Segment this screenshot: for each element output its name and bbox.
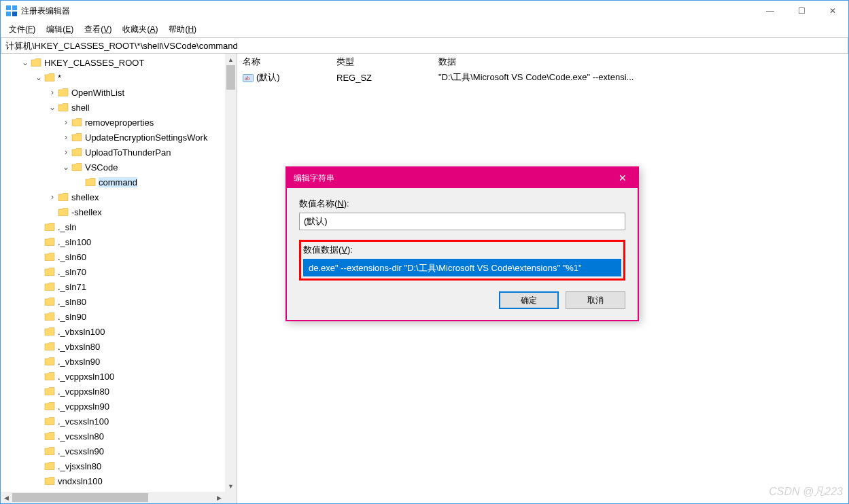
tree-row[interactable]: command bbox=[1, 175, 237, 190]
window-controls: — ☐ ✕ bbox=[755, 1, 848, 21]
tree-row[interactable]: ⌄shell bbox=[1, 100, 237, 115]
chevron-right-icon[interactable]: › bbox=[48, 192, 56, 202]
tree-label: ._sln90 bbox=[58, 312, 86, 322]
chevron-down-icon[interactable]: ⌄ bbox=[35, 73, 43, 82]
folder-icon bbox=[71, 147, 82, 157]
folder-icon bbox=[44, 342, 55, 351]
tree-label: ._vcppxsln90 bbox=[58, 401, 109, 412]
chevron-right-icon[interactable]: › bbox=[62, 118, 70, 127]
tree-row[interactable]: ._sln71 bbox=[1, 279, 237, 294]
tree-row[interactable]: ›UploadToThunderPan bbox=[1, 145, 237, 160]
tree-label: command bbox=[99, 177, 137, 187]
dialog-close-button[interactable]: ✕ bbox=[607, 168, 638, 188]
minimize-button[interactable]: — bbox=[755, 1, 786, 21]
tree-label: -shellex bbox=[71, 207, 102, 217]
tree-label: shell bbox=[71, 103, 90, 113]
scroll-up-arrow-icon[interactable]: ▲ bbox=[225, 54, 237, 65]
maximize-button[interactable]: ☐ bbox=[786, 1, 817, 21]
chevron-right-icon[interactable]: › bbox=[62, 132, 70, 142]
folder-icon bbox=[71, 162, 82, 172]
chevron-down-icon[interactable]: ⌄ bbox=[21, 58, 29, 67]
string-value-icon: ab bbox=[243, 73, 254, 84]
tree-label: UploadToThunderPan bbox=[85, 147, 171, 158]
tree-row[interactable]: ._vjsxsln80 bbox=[1, 458, 237, 473]
tree-row[interactable]: ›UpdateEncryptionSettingsWork bbox=[1, 130, 237, 145]
scroll-down-arrow-icon[interactable]: ▼ bbox=[225, 480, 237, 492]
tree-row[interactable]: ._vbxsln100 bbox=[1, 324, 237, 339]
svg-rect-0 bbox=[6, 5, 11, 10]
tree-label: ._sln70 bbox=[58, 267, 86, 277]
menu-view[interactable]: 查看(V) bbox=[79, 22, 117, 37]
cell-name: ab(默认) bbox=[237, 71, 331, 84]
col-header-type[interactable]: 类型 bbox=[331, 54, 433, 70]
menu-help[interactable]: 帮助(H) bbox=[163, 22, 202, 37]
tree-row[interactable]: ._vcsxsln90 bbox=[1, 444, 237, 458]
chevron-down-icon[interactable]: ⌄ bbox=[62, 162, 70, 172]
tree-row[interactable]: ._vcsxsln80 bbox=[1, 429, 237, 444]
folder-icon bbox=[44, 282, 55, 291]
chevron-down-icon[interactable]: ⌄ bbox=[48, 103, 56, 112]
tree-scroll-area[interactable]: ⌄HKEY_CLASSES_ROOT⌄*›OpenWithList⌄shell›… bbox=[1, 54, 237, 503]
folder-icon bbox=[44, 476, 55, 486]
value-data-field[interactable]: de.exe" --extensions-dir "D:\工具\Microsof… bbox=[303, 259, 621, 276]
tree-label: ._vcsxsln100 bbox=[58, 416, 109, 427]
ok-button[interactable]: 确定 bbox=[499, 291, 559, 309]
tree-label: ._vcsxsln80 bbox=[58, 431, 104, 442]
menu-favorites[interactable]: 收藏夹(A) bbox=[117, 22, 163, 37]
folder-icon bbox=[44, 461, 55, 471]
value-name-field[interactable]: (默认) bbox=[299, 213, 625, 230]
tree-row[interactable]: vndxsln100 bbox=[1, 473, 237, 488]
scroll-right-arrow-icon[interactable]: ▶ bbox=[213, 492, 225, 503]
tree-row[interactable]: ._sln100 bbox=[1, 234, 237, 249]
chevron-right-icon[interactable]: › bbox=[62, 147, 70, 157]
scroll-thumb[interactable] bbox=[226, 65, 235, 90]
tree-row[interactable]: ⌄* bbox=[1, 70, 237, 85]
tree-row[interactable]: ›removeproperties bbox=[1, 115, 237, 130]
tree-row[interactable]: ._vcppxsln100 bbox=[1, 369, 237, 384]
scroll-left-arrow-icon[interactable]: ◀ bbox=[1, 492, 12, 503]
folder-icon bbox=[44, 416, 55, 426]
list-row[interactable]: ab(默认)REG_SZ"D:\工具\Microsoft VS Code\Cod… bbox=[237, 70, 848, 85]
tree-row[interactable]: ._vcppxsln80 bbox=[1, 384, 237, 399]
menu-edit[interactable]: 编辑(E) bbox=[41, 22, 79, 37]
tree-row[interactable]: -shellex bbox=[1, 204, 237, 219]
scroll-thumb-h[interactable] bbox=[12, 493, 148, 502]
menu-file[interactable]: 文件(F) bbox=[3, 22, 41, 37]
tree-row[interactable]: ›shellex bbox=[1, 190, 237, 204]
folder-icon bbox=[44, 267, 55, 276]
tree-row[interactable]: ._vbxsln80 bbox=[1, 339, 237, 354]
tree-horizontal-scrollbar[interactable]: ◀ ▶ bbox=[1, 492, 237, 503]
address-bar[interactable]: 计算机\HKEY_CLASSES_ROOT\*\shell\VSCode\com… bbox=[1, 37, 848, 54]
tree-vertical-scrollbar[interactable]: ▲ ▼ bbox=[225, 54, 237, 492]
folder-icon bbox=[44, 297, 55, 306]
tree-row[interactable]: ._sln70 bbox=[1, 264, 237, 279]
tree-label: ._vbxsln90 bbox=[58, 357, 100, 367]
tree-row[interactable]: ._vcppxsln90 bbox=[1, 399, 237, 414]
tree-label: ._sln80 bbox=[58, 297, 86, 307]
tree-row[interactable]: ._vcsxsln100 bbox=[1, 414, 237, 429]
value-data-highlight-box: 数值数据(V): de.exe" --extensions-dir "D:\工具… bbox=[299, 240, 625, 281]
folder-icon bbox=[44, 386, 55, 396]
cancel-button[interactable]: 取消 bbox=[566, 291, 625, 309]
tree-row[interactable]: ⌄VSCode bbox=[1, 160, 237, 175]
folder-icon bbox=[44, 222, 55, 232]
tree-row[interactable]: ⌄HKEY_CLASSES_ROOT bbox=[1, 55, 237, 70]
tree-row[interactable]: ›OpenWithList bbox=[1, 85, 237, 100]
dialog-titlebar[interactable]: 编辑字符串 ✕ bbox=[287, 168, 638, 188]
close-button[interactable]: ✕ bbox=[817, 1, 848, 21]
tree-label: ._vbxsln100 bbox=[58, 327, 105, 337]
tree-row[interactable]: ._sln bbox=[1, 219, 237, 234]
scroll-corner bbox=[225, 492, 237, 503]
tree-row[interactable]: ._sln80 bbox=[1, 294, 237, 309]
folder-icon bbox=[58, 192, 69, 202]
chevron-right-icon[interactable]: › bbox=[48, 88, 56, 97]
folder-icon bbox=[44, 446, 55, 456]
tree-label: OpenWithList bbox=[71, 88, 124, 98]
tree-row[interactable]: ._vbxsln90 bbox=[1, 354, 237, 369]
col-header-name[interactable]: 名称 bbox=[237, 54, 331, 70]
tree-row[interactable]: ._sln90 bbox=[1, 309, 237, 324]
tree-row[interactable]: ._sln60 bbox=[1, 249, 237, 264]
regedit-app-icon bbox=[6, 5, 17, 16]
dialog-title-text: 编辑字符串 bbox=[294, 173, 607, 184]
col-header-data[interactable]: 数据 bbox=[433, 54, 848, 70]
